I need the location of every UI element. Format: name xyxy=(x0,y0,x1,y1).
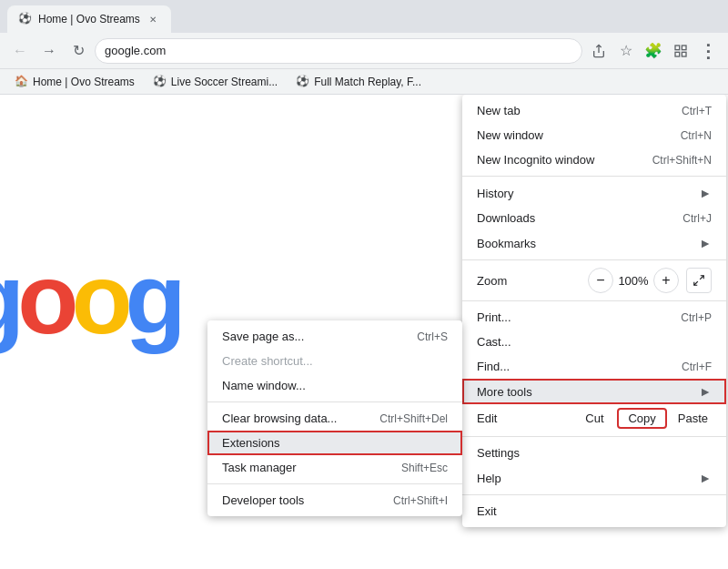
menu-item-find[interactable]: Find... Ctrl+F xyxy=(462,354,726,379)
menu-item-more-tools-label: More tools xyxy=(477,385,692,399)
menu-item-downloads-shortcut: Ctrl+J xyxy=(682,212,712,225)
reload-button[interactable]: ↻ xyxy=(66,38,91,64)
google-logo: goog xyxy=(0,240,179,356)
edit-row: Edit Cut Copy Paste xyxy=(462,404,726,432)
menu-divider-3 xyxy=(462,300,726,301)
address-bar[interactable]: google.com xyxy=(95,38,582,64)
paste-button[interactable]: Paste xyxy=(667,408,719,429)
menu-item-new-tab-shortcut: Ctrl+T xyxy=(682,105,712,117)
sub-menu-item-extensions[interactable]: Extensions xyxy=(207,431,462,455)
sub-menu-save-page-shortcut: Ctrl+S xyxy=(417,330,448,343)
bookmarks-arrow-icon: ► xyxy=(699,236,712,250)
menu-item-new-window[interactable]: New window Ctrl+N xyxy=(462,123,726,147)
sub-menu-item-create-shortcut[interactable]: Create shortcut... xyxy=(207,349,462,373)
bookmarks-bar: 🏠 Home | Ovo Streams ⚽ Live Soccer Strea… xyxy=(0,69,728,95)
svg-rect-1 xyxy=(682,46,686,50)
more-tools-arrow-icon: ► xyxy=(699,384,712,399)
sub-menu-clear-browsing-label: Clear browsing data... xyxy=(222,412,337,425)
menu-item-exit[interactable]: Exit xyxy=(462,499,726,523)
menu-divider-4 xyxy=(462,436,726,437)
zoom-row: Zoom − 100% + xyxy=(462,264,726,297)
content-area: goog New tab Ctrl+T New window Ctrl+N Ne… xyxy=(0,95,728,569)
chrome-menu: New tab Ctrl+T New window Ctrl+N New Inc… xyxy=(462,95,726,527)
zoom-value: 100% xyxy=(617,274,650,288)
svg-rect-3 xyxy=(675,52,680,56)
sub-menu-item-name-window[interactable]: Name window... xyxy=(207,373,462,398)
bookmark-replay[interactable]: ⚽ Full Match Replay, F... xyxy=(288,73,429,91)
menu-item-incognito[interactable]: New Incognito window Ctrl+Shift+N xyxy=(462,147,726,172)
menu-item-new-tab[interactable]: New tab Ctrl+T xyxy=(462,98,726,123)
address-text: google.com xyxy=(105,44,166,57)
toolbar-right: ☆ 🧩 ⋮ xyxy=(586,38,721,64)
sub-menu-task-manager-label: Task manager xyxy=(222,461,297,474)
menu-divider-1 xyxy=(462,176,726,177)
menu-item-cast[interactable]: Cast... xyxy=(462,330,726,354)
active-tab[interactable]: ⚽ Home | Ovo Streams ✕ xyxy=(7,5,171,33)
menu-item-history-label: History xyxy=(477,187,692,200)
sub-menu-divider-2 xyxy=(207,483,462,484)
sub-menu-item-save-page[interactable]: Save page as... Ctrl+S xyxy=(207,324,462,349)
zoom-label: Zoom xyxy=(477,274,588,288)
sub-menu-save-page-label: Save page as... xyxy=(222,330,304,343)
menu-item-bookmarks[interactable]: Bookmarks ► xyxy=(462,230,726,256)
bookmark-favicon-soccer: ⚽ xyxy=(153,75,167,89)
menu-divider-2 xyxy=(462,259,726,260)
bookmark-favicon-home: 🏠 xyxy=(15,75,29,89)
tab-title: Home | Ovo Streams xyxy=(38,13,140,25)
sub-menu-divider-1 xyxy=(207,401,462,402)
tab-favicon: ⚽ xyxy=(18,12,33,26)
bookmark-label-soccer: Live Soccer Streami... xyxy=(171,76,278,88)
sub-menu-item-task-manager[interactable]: Task manager Shift+Esc xyxy=(207,455,462,480)
menu-item-settings-label: Settings xyxy=(477,446,712,460)
zoom-plus-button[interactable]: + xyxy=(653,268,679,293)
edit-label: Edit xyxy=(470,408,571,429)
svg-rect-2 xyxy=(682,52,686,56)
bookmark-favicon-replay: ⚽ xyxy=(296,75,310,89)
bookmark-soccer[interactable]: ⚽ Live Soccer Streami... xyxy=(146,73,285,91)
menu-button[interactable]: ⋮ xyxy=(695,38,721,64)
menu-item-new-window-label: New window xyxy=(477,128,666,142)
menu-item-find-label: Find... xyxy=(477,360,667,373)
bookmark-button[interactable]: ☆ xyxy=(613,38,639,64)
forward-button[interactable]: → xyxy=(36,38,62,64)
copy-button[interactable]: Copy xyxy=(617,408,666,429)
back-button[interactable]: ← xyxy=(7,38,33,64)
svg-line-4 xyxy=(700,276,703,279)
zoom-fullscreen-button[interactable] xyxy=(686,268,712,293)
sub-menu-create-shortcut-label: Create shortcut... xyxy=(222,354,313,368)
extensions-button[interactable]: 🧩 xyxy=(641,38,666,64)
bookmark-home[interactable]: 🏠 Home | Ovo Streams xyxy=(7,73,142,91)
tab-bar: ⚽ Home | Ovo Streams ✕ xyxy=(0,0,728,33)
cut-button[interactable]: Cut xyxy=(571,408,617,429)
sub-menu-name-window-label: Name window... xyxy=(222,379,306,392)
sub-menu-item-developer-tools[interactable]: Developer tools Ctrl+Shift+I xyxy=(207,488,462,513)
bookmark-label-replay: Full Match Replay, F... xyxy=(314,76,421,88)
sub-menu-extensions-label: Extensions xyxy=(222,436,280,450)
share-button[interactable] xyxy=(586,38,612,64)
svg-rect-0 xyxy=(675,46,680,50)
menu-item-more-tools[interactable]: More tools ► xyxy=(462,379,726,404)
help-arrow-icon: ► xyxy=(699,471,712,485)
menu-item-history[interactable]: History ► xyxy=(462,180,726,206)
tab-close-button[interactable]: ✕ xyxy=(146,12,160,26)
menu-item-print-label: Print... xyxy=(477,310,666,324)
menu-divider-5 xyxy=(462,494,726,495)
menu-item-help[interactable]: Help ► xyxy=(462,465,726,491)
bookmark-label-home: Home | Ovo Streams xyxy=(33,76,135,88)
menu-item-cast-label: Cast... xyxy=(477,335,712,349)
menu-item-settings[interactable]: Settings xyxy=(462,441,726,465)
menu-item-find-shortcut: Ctrl+F xyxy=(682,361,712,373)
sub-menu-developer-tools-label: Developer tools xyxy=(222,493,304,507)
menu-item-print-shortcut: Ctrl+P xyxy=(681,311,712,324)
toolbar: ← → ↻ google.com ☆ 🧩 ⋮ xyxy=(0,33,728,69)
menu-item-downloads-label: Downloads xyxy=(477,211,668,225)
menu-item-print[interactable]: Print... Ctrl+P xyxy=(462,305,726,330)
media-button[interactable] xyxy=(668,38,693,64)
menu-item-new-tab-label: New tab xyxy=(477,104,667,117)
menu-item-downloads[interactable]: Downloads Ctrl+J xyxy=(462,206,726,230)
zoom-minus-button[interactable]: − xyxy=(588,268,613,293)
zoom-controls: − 100% + xyxy=(588,268,712,293)
sub-menu-item-clear-browsing[interactable]: Clear browsing data... Ctrl+Shift+Del xyxy=(207,406,462,431)
menu-item-new-window-shortcut: Ctrl+N xyxy=(681,129,712,142)
menu-item-incognito-shortcut: Ctrl+Shift+N xyxy=(652,154,712,167)
